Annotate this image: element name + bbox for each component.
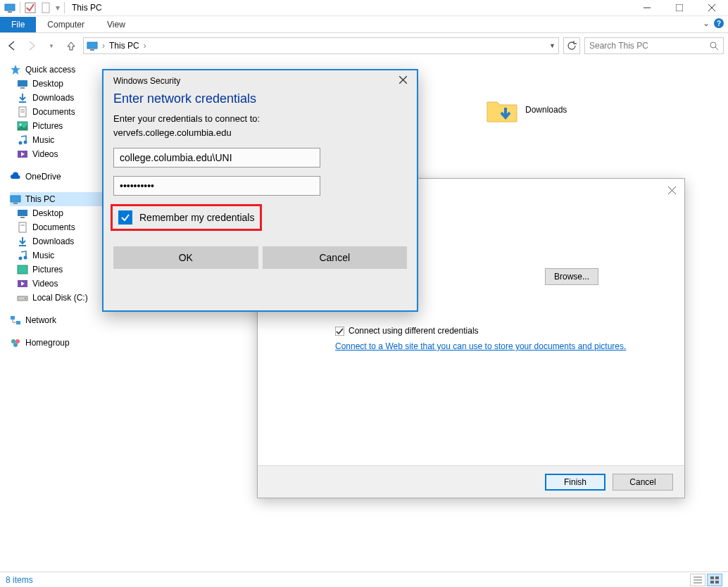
item-count: 8 items <box>6 575 33 585</box>
sidebar-network[interactable]: Network <box>10 313 134 327</box>
svg-rect-54 <box>715 581 719 583</box>
minimize-button[interactable] <box>631 0 663 16</box>
svg-rect-53 <box>710 581 714 583</box>
svg-rect-15 <box>20 87 25 89</box>
store-online-link[interactable]: Connect to a Web site that you can use t… <box>335 341 626 351</box>
title-bar: ▾ This PC <box>0 0 728 16</box>
credentials-dialog: Windows Security Enter network credentia… <box>102 69 418 312</box>
ok-button[interactable]: OK <box>113 246 258 269</box>
svg-rect-39 <box>16 321 20 324</box>
address-bar[interactable]: › This PC › ▼ <box>83 37 559 54</box>
username-field[interactable] <box>113 148 320 168</box>
svg-rect-26 <box>13 203 18 204</box>
svg-rect-1 <box>8 11 12 13</box>
svg-rect-25 <box>11 196 20 202</box>
recent-dropdown[interactable]: ▼ <box>44 38 59 53</box>
sidebar-homegroup[interactable]: Homegroup <box>10 336 134 350</box>
svg-rect-0 <box>5 4 15 11</box>
svg-point-42 <box>13 343 18 347</box>
svg-point-12 <box>710 42 716 48</box>
downloads-icon <box>17 236 28 247</box>
tab-file[interactable]: File <box>0 17 36 32</box>
diff-credentials-checkbox[interactable]: Connect using different credentials <box>335 326 665 336</box>
svg-rect-45 <box>335 327 344 336</box>
details-view-icon[interactable] <box>690 574 705 586</box>
network-icon <box>10 315 21 326</box>
checkbox-checked-icon <box>335 327 344 336</box>
forward-button <box>24 38 39 53</box>
ribbon-expand-icon[interactable]: ⌄ <box>703 18 710 28</box>
window-title: This PC <box>72 3 102 13</box>
close-icon[interactable] <box>399 76 407 86</box>
cloud-icon <box>10 171 21 182</box>
desktop-icon <box>17 78 28 89</box>
breadcrumb[interactable]: This PC <box>109 41 139 51</box>
svg-rect-5 <box>676 4 683 11</box>
folder-downloads-icon <box>486 94 518 126</box>
dialog-title: Windows Security <box>113 76 180 86</box>
help-icon[interactable]: ? <box>714 18 724 28</box>
search-placeholder: Search This PC <box>589 41 648 51</box>
documents-icon <box>17 222 28 233</box>
svg-rect-34 <box>18 265 27 274</box>
qat-dropdown-icon[interactable]: ▾ <box>56 3 60 13</box>
svg-rect-28 <box>20 217 25 218</box>
chevron-right-icon[interactable]: › <box>144 41 146 51</box>
svg-point-32 <box>19 257 23 260</box>
tiles-view-icon[interactable] <box>707 574 722 586</box>
navigation-bar: ▼ › This PC › ▼ Search This PC <box>0 33 728 58</box>
remember-checkbox-highlight: Remember my credentials <box>111 204 262 231</box>
check-icon <box>120 213 130 222</box>
cancel-button[interactable]: Cancel <box>613 474 673 491</box>
desktop-icon <box>17 208 28 219</box>
checkbox-icon[interactable] <box>25 2 36 13</box>
close-button[interactable] <box>696 0 728 16</box>
videos-icon <box>17 149 28 160</box>
pictures-icon <box>17 264 28 275</box>
svg-point-22 <box>19 141 23 145</box>
svg-rect-3 <box>42 3 49 13</box>
browse-button[interactable]: Browse... <box>545 268 598 285</box>
search-icon <box>710 42 719 51</box>
svg-rect-11 <box>90 49 94 51</box>
svg-point-37 <box>25 298 26 299</box>
pc-icon <box>10 194 21 205</box>
svg-point-21 <box>20 124 22 126</box>
close-icon[interactable] <box>665 183 679 197</box>
password-field[interactable] <box>113 176 320 196</box>
star-icon <box>10 64 21 75</box>
tab-view[interactable]: View <box>96 17 137 32</box>
svg-rect-14 <box>18 80 27 87</box>
pc-icon <box>4 2 15 13</box>
documents-icon <box>17 106 28 118</box>
svg-text:?: ? <box>717 20 721 27</box>
pictures-icon <box>17 120 28 132</box>
dialog-prompt: Enter your credentials to connect to: ve… <box>103 112 417 139</box>
chevron-right-icon[interactable]: › <box>102 41 105 51</box>
music-icon <box>17 250 28 261</box>
svg-rect-52 <box>715 576 719 579</box>
folder-downloads[interactable]: Downloads <box>486 94 567 126</box>
finish-button[interactable]: Finish <box>545 474 605 491</box>
svg-line-13 <box>715 47 718 50</box>
tab-computer[interactable]: Computer <box>36 17 96 32</box>
svg-rect-38 <box>11 316 15 320</box>
doc-icon[interactable] <box>40 2 51 13</box>
homegroup-icon <box>10 337 21 348</box>
cancel-button[interactable]: Cancel <box>263 246 408 269</box>
status-bar: 8 items <box>0 572 728 587</box>
refresh-button[interactable] <box>563 37 580 54</box>
svg-rect-29 <box>19 222 26 232</box>
svg-point-23 <box>24 141 27 144</box>
ribbon: File Computer View ⌄ ? <box>0 16 728 33</box>
remember-checkbox[interactable] <box>118 210 132 225</box>
back-button[interactable] <box>4 38 20 53</box>
search-input[interactable]: Search This PC <box>584 37 724 54</box>
svg-point-41 <box>15 339 20 343</box>
maximize-button[interactable] <box>663 0 696 16</box>
pc-icon <box>87 40 98 51</box>
address-dropdown-icon[interactable]: ▼ <box>549 42 556 49</box>
up-button[interactable] <box>63 38 79 53</box>
drive-icon <box>17 292 28 303</box>
svg-point-40 <box>11 339 15 343</box>
